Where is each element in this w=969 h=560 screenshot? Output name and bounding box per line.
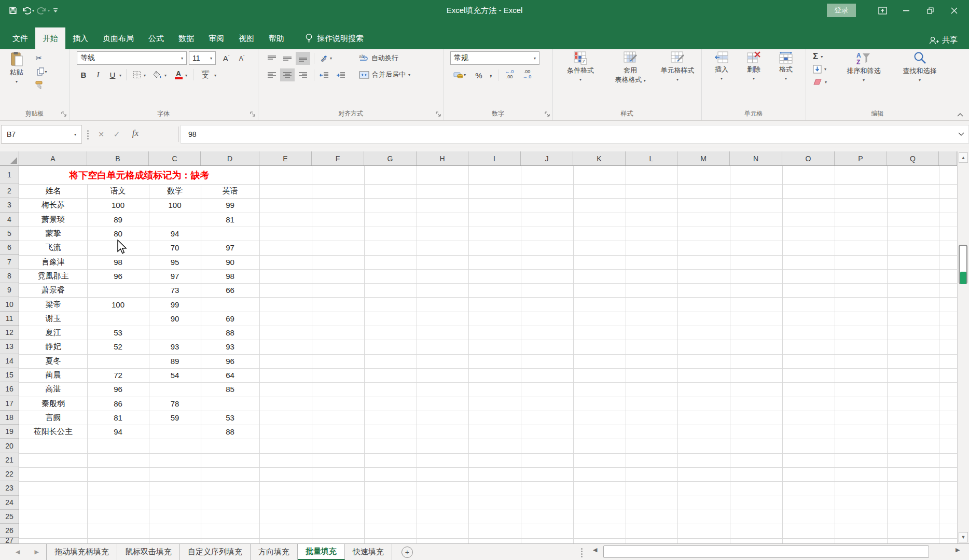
find-select-button[interactable]: 查找和选择 ▾	[893, 51, 947, 84]
cell-B3[interactable]: 100	[87, 198, 149, 212]
cell-D8[interactable]: 98	[201, 269, 259, 283]
row-header-4[interactable]: 4	[0, 213, 19, 227]
ribbon-tab-帮助[interactable]: 帮助	[261, 27, 292, 49]
cell-A15[interactable]: 蔺晨	[19, 368, 87, 382]
font-name-select[interactable]: 等线▾	[77, 51, 187, 65]
autosum-button[interactable]: Σ ▾	[813, 51, 823, 62]
column-header-F[interactable]: F	[312, 151, 364, 165]
cell-A9[interactable]: 萧景睿	[19, 283, 87, 297]
format-as-table-dropdown-arrow[interactable]: ▾	[644, 78, 646, 83]
customize-qat-button[interactable]	[53, 7, 58, 13]
sheet-tab-批量填充[interactable]: 批量填充	[298, 544, 345, 560]
row-header-6[interactable]: 6	[0, 241, 19, 255]
insert-function-button[interactable]: fx	[128, 128, 143, 138]
sheet-tab-自定义序列填充[interactable]: 自定义序列填充	[180, 544, 251, 560]
row-header-25[interactable]: 25	[0, 510, 19, 524]
cell-B19[interactable]: 94	[87, 425, 149, 439]
name-box[interactable]: B7 ▾	[1, 125, 82, 144]
sheet-tab-鼠标双击填充[interactable]: 鼠标双击填充	[117, 544, 180, 560]
format-cells-button[interactable]: 格式 ▾	[771, 51, 801, 82]
cell-B10[interactable]: 100	[87, 297, 149, 311]
column-header-Q[interactable]: Q	[887, 151, 939, 165]
copy-button[interactable]: ▾	[32, 66, 52, 77]
scroll-down-arrow[interactable]: ▼	[959, 532, 968, 542]
cell-C10[interactable]: 99	[149, 297, 201, 311]
scroll-up-arrow[interactable]: ▲	[959, 152, 968, 163]
cell-A3[interactable]: 梅长苏	[19, 198, 87, 212]
formula-input[interactable]: 98	[181, 125, 969, 144]
row-header-24[interactable]: 24	[0, 496, 19, 510]
row-header-10[interactable]: 10	[0, 297, 19, 311]
align-right-button[interactable]	[296, 68, 310, 81]
row-header-16[interactable]: 16	[0, 382, 19, 396]
merge-center-dropdown-arrow[interactable]: ▾	[408, 73, 410, 77]
cell-styles-dropdown-arrow[interactable]: ▾	[676, 76, 679, 83]
cell-D15[interactable]: 64	[201, 368, 259, 382]
font-size-dropdown-arrow[interactable]: ▾	[210, 56, 212, 61]
align-center-button[interactable]	[280, 68, 295, 81]
cell-D19[interactable]: 88	[201, 425, 259, 439]
cell-A17[interactable]: 秦般弱	[19, 397, 87, 411]
row-header-13[interactable]: 13	[0, 340, 19, 354]
paste-dropdown-arrow[interactable]: ▾	[16, 78, 18, 86]
column-header-P[interactable]: P	[835, 151, 887, 165]
sheet-tab-快速填充[interactable]: 快速填充	[345, 544, 392, 560]
conditional-formatting-dropdown-arrow[interactable]: ▾	[579, 76, 582, 83]
row-header-15[interactable]: 15	[0, 368, 19, 382]
decrease-font-size-button[interactable]: Aˇ	[235, 51, 248, 65]
collapse-ribbon-icon[interactable]	[957, 112, 964, 117]
cell-A12[interactable]: 夏江	[19, 326, 87, 340]
tab-bar-grip[interactable]	[580, 547, 583, 557]
undo-button[interactable]: ▾	[22, 6, 34, 15]
cell-D14[interactable]: 96	[201, 354, 259, 368]
cell-C2[interactable]: 数学	[149, 184, 201, 198]
column-header-B[interactable]: B	[87, 151, 149, 165]
row-header-19[interactable]: 19	[0, 425, 19, 439]
cell-B4[interactable]: 89	[87, 213, 149, 227]
borders-button[interactable]	[130, 68, 144, 81]
name-box-dropdown-arrow[interactable]: ▾	[74, 132, 76, 137]
cell-D9[interactable]: 66	[201, 283, 259, 297]
align-middle-button[interactable]	[280, 52, 295, 65]
ribbon-tab-开始[interactable]: 开始	[35, 27, 65, 49]
conditional-formatting-button[interactable]: ≠ 条件格式 ▾	[557, 51, 604, 83]
sort-filter-button[interactable]: AZ 排序和筛选 ▾	[837, 51, 891, 84]
ribbon-tab-审阅[interactable]: 审阅	[201, 27, 231, 49]
accounting-dropdown-arrow[interactable]: ▾	[464, 73, 466, 77]
increase-decimal-button[interactable]: ←.0.00	[502, 69, 517, 79]
ribbon-tab-文件[interactable]: 文件	[5, 27, 35, 49]
row-header-7[interactable]: 7	[0, 255, 19, 269]
cell-A16[interactable]: 高湛	[19, 382, 87, 396]
cell-C17[interactable]: 78	[149, 397, 201, 411]
cell-B13[interactable]: 52	[87, 340, 149, 354]
phonetic-dropdown-arrow[interactable]: ▾	[214, 73, 216, 78]
format-painter-button[interactable]	[32, 79, 46, 91]
number-format-select[interactable]: 常规▾	[450, 51, 539, 65]
cell-C13[interactable]: 93	[149, 340, 201, 354]
increase-indent-button[interactable]	[334, 68, 348, 81]
delete-dropdown-arrow[interactable]: ▾	[753, 75, 755, 82]
cell-A11[interactable]: 谢玉	[19, 312, 87, 326]
sort-filter-dropdown-arrow[interactable]: ▾	[863, 76, 865, 84]
sheet-nav-right-arrow[interactable]: ▶	[34, 549, 38, 555]
align-left-button[interactable]	[265, 68, 279, 81]
select-all-corner[interactable]	[0, 151, 19, 165]
hscroll-left-arrow[interactable]: ◀	[593, 547, 597, 553]
cell-A10[interactable]: 梁帝	[19, 297, 87, 311]
cell-C15[interactable]: 54	[149, 368, 201, 382]
cell-B8[interactable]: 96	[87, 269, 149, 283]
underline-button[interactable]: U	[106, 68, 119, 81]
find-select-dropdown-arrow[interactable]: ▾	[919, 76, 921, 84]
orientation-dropdown-arrow[interactable]: ▾	[330, 56, 332, 61]
login-button[interactable]: 登录	[827, 4, 856, 17]
merge-center-button[interactable]: 合并后居中 ▾	[359, 70, 410, 79]
row-header-27[interactable]: 27	[0, 538, 19, 544]
cell-A4[interactable]: 萧景琰	[19, 213, 87, 227]
ribbon-display-options-button[interactable]	[875, 0, 890, 21]
align-bottom-button[interactable]	[296, 52, 310, 65]
format-dropdown-arrow[interactable]: ▾	[785, 75, 787, 82]
row-header-14[interactable]: 14	[0, 354, 19, 368]
delete-cells-button[interactable]: 删除 ▾	[739, 51, 769, 82]
cell-D3[interactable]: 99	[201, 198, 259, 212]
cell-A6[interactable]: 飞流	[19, 241, 87, 255]
